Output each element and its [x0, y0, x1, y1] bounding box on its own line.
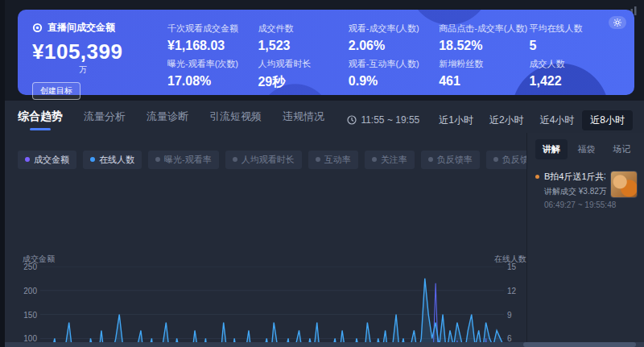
chip-online-users[interactable]: 在线人数: [83, 151, 142, 169]
left-axis-tick: 250: [19, 262, 37, 271]
gmv-dot-icon: [25, 157, 30, 162]
metric-label: 商品点击-成交率(人数): [439, 23, 529, 35]
metric-value: 5: [530, 39, 620, 53]
metric-card: 千次观看成交金额 ¥1,168.03: [167, 23, 258, 53]
time-controls: 11:55 ~ 19:55 近1小时 近2小时 近4小时 近8小时: [347, 110, 633, 130]
metric-label: 观看-成交率(人数): [349, 23, 439, 35]
metric-label: 新增粉丝数: [439, 58, 529, 70]
metric-card: 新增粉丝数 461: [439, 58, 529, 91]
sidebar-tab-scene[interactable]: 场记: [605, 139, 638, 159]
metric-label: 曝光-观看率(次数): [167, 58, 258, 70]
metric-value: 29秒: [258, 74, 348, 91]
metric-card: 观看-成交率(人数) 2.06%: [349, 23, 439, 53]
primary-metric-label: 直播间成交金额: [47, 21, 115, 35]
online-dot-icon: [90, 157, 95, 162]
sidebar-tab-luckybag[interactable]: 福袋: [571, 139, 603, 159]
chip-negative-rate[interactable]: 负反馈率: [421, 151, 480, 169]
section-tabs: 综合趋势 流量分析 流量诊断 引流短视频 违规情况 11:55 ~ 19:55 …: [5, 101, 644, 130]
metric-card: 商品点击-成交率(人数) 18.52%: [439, 23, 529, 53]
metric-chip-row: 成交金额 在线人数 曝光-观看率 人均观看时长 互动率 关注率 负反馈率 负反馈…: [5, 130, 528, 184]
chip-label: 负反馈率: [437, 154, 473, 166]
range-8h-button[interactable]: 近8小时: [582, 110, 633, 130]
event-sidebar: 讲解 福袋 场记 B拍4斤送1斤共35-4... 讲解成交 ¥3.82万 06:…: [526, 133, 644, 342]
target-icon: [32, 23, 43, 33]
metric-value: 17.08%: [167, 74, 258, 89]
metric-card: 平均在线人数 5: [530, 23, 620, 53]
chip-label: 关注率: [381, 154, 407, 166]
metric-card: 成交件数 1,523: [258, 23, 348, 53]
metric-label: 平均在线人数: [530, 23, 620, 35]
product-thumbnail: [610, 171, 638, 198]
dot-icon: [493, 157, 498, 162]
left-axis-tick: 200: [19, 286, 37, 295]
trend-chart[interactable]: [40, 266, 504, 347]
metric-label: 人均观看时长: [258, 58, 348, 70]
tab-traffic-diagnosis[interactable]: 流量诊断: [147, 109, 188, 130]
item-text: B拍4斤送1斤共35-4... 讲解成交 ¥3.82万 06:49:27 ~ 1…: [544, 171, 605, 209]
scrollbar-thumb[interactable]: [523, 342, 636, 347]
time-range: 11:55 ~ 19:55: [347, 114, 419, 126]
create-goal-button[interactable]: 创建目标: [32, 82, 80, 100]
clock-icon: [347, 115, 357, 125]
right-axis-tick: 15: [507, 262, 523, 271]
metric-label: 成交件数: [258, 23, 348, 35]
chip-label: 人均观看时长: [242, 154, 295, 166]
right-axis-tick: 9: [507, 310, 523, 319]
chip-gmv[interactable]: 成交金额: [18, 151, 76, 169]
dot-icon: [316, 157, 320, 162]
metric-card: 成交人数 1,422: [530, 58, 620, 91]
left-axis-tick: 150: [19, 310, 37, 319]
item-deal: 讲解成交 ¥3.82万: [544, 186, 605, 197]
time-range-text: 11:55 ~ 19:55: [361, 114, 419, 126]
metric-value: 1,523: [258, 39, 348, 53]
tab-overall-trend[interactable]: 综合趋势: [18, 109, 63, 130]
tab-short-video[interactable]: 引流短视频: [209, 109, 262, 130]
chip-label: 曝光-观看率: [164, 154, 212, 166]
tab-violations[interactable]: 违规情况: [283, 109, 324, 130]
sidebar-tabs: 讲解 福袋 场记: [535, 139, 638, 159]
dot-icon: [233, 157, 237, 162]
chip-interaction-rate[interactable]: 互动率: [308, 151, 358, 169]
dot-icon: [428, 157, 433, 162]
metric-value: 461: [439, 74, 529, 89]
metric-label: 千次观看成交金额: [167, 23, 258, 35]
item-bullet-icon: [535, 175, 539, 179]
banner-metrics-grid: 千次观看成交金额 ¥1,168.03 成交件数 1,523 观看-成交率(人数)…: [150, 21, 620, 87]
chip-follow-rate[interactable]: 关注率: [365, 151, 415, 169]
chip-avg-watch-time[interactable]: 人均观看时长: [225, 151, 302, 169]
metric-value: 2.06%: [349, 39, 439, 53]
chart-plot[interactable]: 0501001502002500369121501:0502:4504:2506…: [40, 266, 504, 347]
metric-value: 1,422: [530, 74, 620, 89]
tab-traffic-analysis[interactable]: 流量分析: [84, 109, 126, 130]
metric-value: 18.52%: [439, 39, 529, 53]
explain-item[interactable]: B拍4斤送1斤共35-4... 讲解成交 ¥3.82万 06:49:27 ~ 1…: [535, 171, 638, 209]
chip-view-rate[interactable]: 曝光-观看率: [148, 151, 219, 169]
chip-label: 成交金额: [34, 154, 69, 166]
primary-metric-unit: 万: [79, 64, 150, 76]
range-1h-button[interactable]: 近1小时: [431, 110, 481, 130]
chip-label: 在线人数: [99, 154, 134, 166]
banner-settings-button[interactable]: [609, 16, 626, 29]
metric-card: 曝光-观看率(次数) 17.08%: [167, 58, 258, 91]
metric-value: ¥1,168.03: [167, 39, 258, 53]
range-4h-button[interactable]: 近4小时: [532, 110, 583, 130]
horizontal-scrollbar[interactable]: [5, 342, 644, 347]
range-2h-button[interactable]: 近2小时: [481, 110, 532, 130]
item-title: B拍4斤送1斤共35-4...: [544, 171, 605, 183]
metric-value: 0.9%: [349, 74, 439, 89]
gear-icon: [613, 19, 621, 27]
primary-metric-value: ¥105,399: [32, 41, 150, 62]
dot-icon: [372, 157, 377, 162]
right-axis-tick: 12: [507, 286, 523, 295]
chip-label: 互动率: [324, 154, 351, 166]
metric-label: 成交人数: [530, 58, 620, 70]
primary-metric-block: 直播间成交金额 ¥105,399 万 创建目标: [29, 21, 150, 87]
metric-card: 人均观看时长 29秒: [258, 58, 348, 91]
metric-label: 观看-互动率(人数): [349, 58, 439, 70]
dot-icon: [155, 157, 160, 162]
page-left-edge: [0, 0, 5, 347]
item-time: 06:49:27 ~ 19:55:48: [544, 200, 605, 209]
metric-card: 观看-互动率(人数) 0.9%: [349, 58, 439, 91]
trend-chart-area: 成交金额 在线人数 0501001502002500369121501:0502…: [18, 255, 526, 347]
sidebar-tab-explain[interactable]: 讲解: [535, 139, 568, 159]
